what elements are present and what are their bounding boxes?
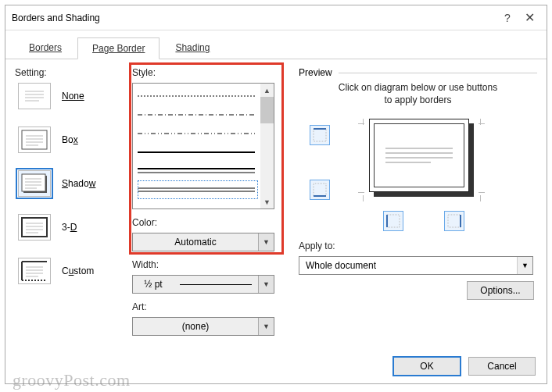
- help-button[interactable]: ?: [496, 12, 518, 24]
- color-combobox[interactable]: Automatic ▼: [132, 233, 274, 251]
- color-label: Color:: [132, 217, 285, 228]
- preview-hint: Click on diagram below or use buttonsto …: [306, 81, 529, 106]
- setting-none[interactable]: None: [18, 83, 132, 109]
- svg-rect-40: [387, 215, 400, 227]
- width-label: Width:: [132, 259, 285, 270]
- width-sample-line: [180, 284, 252, 285]
- options-button[interactable]: Options...: [467, 281, 534, 300]
- style-option[interactable]: [138, 87, 258, 105]
- art-combobox[interactable]: (none) ▼: [132, 317, 274, 336]
- tab-strip: Borders Page Border Shading: [5, 30, 547, 59]
- svg-rect-16: [22, 218, 47, 237]
- dialog-window: Borders and Shading ? ✕ Borders Page Bor…: [5, 5, 547, 384]
- preview-label: Preview: [299, 67, 332, 78]
- style-option[interactable]: [138, 143, 258, 162]
- tab-page-border[interactable]: Page Border: [77, 37, 160, 59]
- none-icon: [18, 83, 51, 109]
- setting-custom[interactable]: Custom: [18, 258, 132, 284]
- box-icon: [18, 127, 51, 153]
- scroll-thumb[interactable]: [260, 97, 274, 123]
- dialog-footer: OK Cancel: [393, 357, 536, 376]
- title-bar: Borders and Shading ? ✕: [5, 5, 547, 30]
- page-preview[interactable]: [369, 119, 474, 197]
- custom-icon: [18, 258, 51, 284]
- scroll-down-button[interactable]: ▼: [260, 195, 274, 208]
- svg-rect-38: [314, 184, 326, 196]
- style-option[interactable]: [138, 124, 258, 143]
- svg-rect-11: [22, 174, 45, 191]
- tab-borders[interactable]: Borders: [15, 37, 76, 59]
- border-bottom-button[interactable]: [310, 180, 330, 200]
- style-listbox[interactable]: ▲ ▼: [132, 83, 274, 209]
- style-column: Style: ▲ ▼ Color: A: [132, 67, 285, 336]
- svg-rect-0: [21, 86, 48, 106]
- preview-column: Preview Click on diagram below or use bu…: [285, 67, 537, 336]
- style-label: Style:: [132, 67, 285, 78]
- cancel-button[interactable]: Cancel: [468, 357, 536, 376]
- close-button[interactable]: ✕: [518, 10, 540, 25]
- width-combobox[interactable]: ½ pt ▼: [132, 275, 274, 294]
- svg-rect-5: [22, 130, 47, 149]
- apply-to-label: Apply to:: [299, 241, 537, 251]
- border-right-button[interactable]: [444, 211, 464, 231]
- border-left-button[interactable]: [383, 211, 403, 231]
- preview-diagram[interactable]: [299, 114, 537, 231]
- setting-3d[interactable]: 3-D: [18, 214, 132, 241]
- ok-button[interactable]: OK: [393, 357, 461, 376]
- chevron-down-icon[interactable]: ▼: [517, 257, 532, 274]
- apply-to-combobox[interactable]: Whole document ▼: [299, 256, 533, 275]
- three-d-icon: [18, 214, 51, 241]
- chevron-down-icon[interactable]: ▼: [258, 276, 274, 293]
- scroll-up-button[interactable]: ▲: [260, 84, 274, 97]
- chevron-down-icon[interactable]: ▼: [258, 233, 274, 251]
- setting-box[interactable]: Box: [18, 127, 132, 153]
- scrollbar[interactable]: ▲ ▼: [260, 84, 274, 208]
- chevron-down-icon[interactable]: ▼: [258, 318, 274, 335]
- setting-column: Setting: None Box Shadow: [15, 67, 132, 336]
- setting-shadow[interactable]: Shadow: [18, 170, 132, 197]
- shadow-icon: [18, 170, 51, 197]
- svg-rect-36: [314, 129, 326, 141]
- art-label: Art:: [132, 301, 285, 312]
- border-top-button[interactable]: [310, 125, 330, 145]
- setting-label: Setting:: [15, 67, 132, 78]
- svg-rect-42: [448, 215, 461, 227]
- style-option[interactable]: [138, 105, 258, 124]
- style-option-selected[interactable]: [138, 180, 258, 199]
- window-title: Borders and Shading: [12, 12, 496, 23]
- style-option[interactable]: [138, 162, 258, 180]
- tab-shading[interactable]: Shading: [161, 37, 224, 59]
